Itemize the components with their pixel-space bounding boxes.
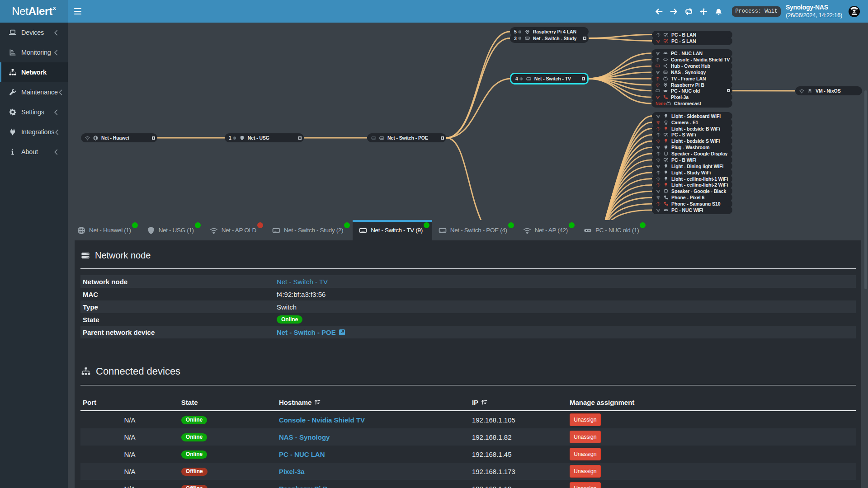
sort-icon[interactable]	[314, 399, 321, 405]
device-state: Offline	[179, 467, 277, 476]
column-header-ip[interactable]: IP	[470, 399, 567, 406]
hostname-link[interactable]: Console - Nvidia Shield TV	[279, 416, 365, 424]
avatar[interactable]	[848, 5, 860, 18]
bulb-icon	[664, 114, 668, 118]
device-manage: Unassign	[567, 413, 856, 426]
sidebar-item-about[interactable]: About	[0, 142, 68, 162]
desktop-icon	[664, 132, 668, 137]
node-collapse-handle[interactable]	[152, 136, 155, 140]
tv-icon	[663, 76, 668, 81]
chevron-left-icon	[54, 129, 59, 135]
sidebar-item-integrations[interactable]: Integrations	[0, 122, 68, 142]
device-manage: Unassign	[567, 448, 856, 460]
status-dot-green	[195, 222, 201, 228]
move-button[interactable]	[696, 0, 711, 23]
node-label: Net - USG	[248, 135, 269, 141]
connected-devices-table: PortStateHostnameIPManage assignment N/A…	[80, 394, 856, 488]
process-status-badge[interactable]: Process: Wait	[732, 6, 781, 17]
network-node-heading: Network node	[80, 240, 856, 269]
hostname-link[interactable]: Pixel-3a	[279, 468, 305, 475]
nav-forward-button[interactable]	[666, 0, 681, 23]
node-label: PC - S LAN	[671, 38, 696, 44]
node-collapse-handle[interactable]	[441, 136, 444, 140]
hostname-link[interactable]: NAS - Synology	[279, 433, 330, 441]
row-value-cell: Online	[277, 315, 302, 324]
row-label: MAC	[80, 291, 277, 298]
speaker-icon	[664, 189, 668, 193]
tab-net-switch-study-2[interactable]: Net - Switch - Study (2)	[266, 220, 353, 240]
tab-label: Net - Switch - TV (9)	[371, 227, 423, 234]
unassign-button[interactable]: Unassign	[570, 448, 601, 460]
sidebar-item-settings[interactable]: Settings	[0, 102, 68, 122]
row-value: f4:92:bf:a3:f3:56	[277, 291, 326, 298]
tab-net-ap-42[interactable]: Net - AP (42)	[517, 220, 577, 240]
wifi-icon	[656, 208, 660, 212]
node-collapse-handle[interactable]	[727, 89, 730, 92]
bulb-icon	[664, 183, 668, 187]
sort-icon[interactable]	[481, 399, 487, 405]
topology-node-huawei[interactable]: Net - Huawei	[81, 133, 157, 142]
tab-net-switch-tv-9[interactable]: Net - Switch - TV (9)	[353, 220, 432, 240]
sitemap-icon	[8, 69, 17, 76]
row-value-cell: Net - Switch - POE	[277, 328, 345, 336]
no-connection-label: None	[656, 101, 665, 106]
topology-node-pcs_lan[interactable]: PC - S LAN	[652, 37, 732, 45]
tab-pc-nuc-old-1[interactable]: PC - NUC old (1)	[577, 220, 648, 240]
device-port: N/A	[80, 416, 179, 424]
network-node-section: Network node Network nodeNet - Switch - …	[80, 240, 856, 338]
wifi-icon	[523, 226, 531, 235]
eth-icon	[439, 226, 447, 235]
status-dot-green	[508, 222, 514, 228]
sidebar-item-maintenance[interactable]: Maintenance	[0, 82, 68, 102]
topology-link	[597, 135, 652, 220]
topology-node-poe[interactable]: Net - Switch - POE	[367, 133, 446, 142]
plug-icon	[8, 128, 17, 136]
notifications-bell-button[interactable]	[711, 0, 726, 23]
topology-link	[597, 191, 652, 220]
parent-node-link[interactable]: Net - Switch - POE	[277, 328, 336, 336]
tab-net-ap-old[interactable]: Net - AP OLD	[203, 220, 266, 240]
nav-back-button[interactable]	[651, 0, 666, 23]
ethpill-icon	[584, 226, 592, 235]
bulb-icon	[664, 177, 668, 181]
tab-panel: Network node Network nodeNet - Switch - …	[75, 240, 861, 488]
external-link-icon[interactable]	[339, 329, 345, 336]
unassign-button[interactable]: Unassign	[570, 413, 601, 426]
network-node-row-state: StateOnline	[80, 313, 856, 326]
topology-node-study[interactable]: 3Net - Switch - Study	[510, 34, 589, 43]
connected-devices-rows: N/AOnlineConsole - Nvidia Shield TV192.1…	[80, 411, 856, 488]
topology-node-g2_9[interactable]: NoneChromecast	[651, 99, 732, 108]
hostname-link[interactable]: Raspberry Pi B	[279, 485, 328, 488]
bulb-icon	[664, 170, 668, 175]
hostname-link[interactable]: PC - NUC LAN	[279, 450, 325, 458]
node-collapse-handle[interactable]	[582, 77, 585, 80]
sidebar-item-monitoring[interactable]: Monitoring	[0, 42, 68, 62]
unassign-button[interactable]: Unassign	[570, 465, 601, 478]
sidebar-toggle-button[interactable]	[68, 0, 88, 23]
row-label: Network node	[80, 278, 277, 286]
wifi-icon	[656, 145, 660, 150]
node-link[interactable]: Net - Switch - TV	[277, 278, 328, 286]
tab-net-huawei-1[interactable]: Net - Huawei (1)	[71, 220, 141, 240]
refresh-button[interactable]	[681, 0, 696, 23]
node-collapse-handle[interactable]	[583, 37, 586, 40]
node-collapse-handle[interactable]	[298, 136, 302, 140]
column-header-hostname[interactable]: Hostname	[277, 399, 470, 406]
topology-node-vmnix[interactable]: VM - NixOS	[795, 86, 862, 95]
tab-net-switch-poe-4[interactable]: Net - Switch - POE (4)	[432, 220, 517, 240]
device-state: Online	[179, 432, 277, 441]
tab-net-usg-1[interactable]: Net - USG (1)	[141, 220, 203, 240]
page-scrollbar[interactable]	[864, 90, 867, 289]
node-label: Camera - E1	[671, 120, 698, 125]
wifi-icon	[656, 39, 660, 43]
topology-node-g3_16[interactable]: PC - NUC WiFi	[652, 206, 732, 214]
sidebar-item-devices[interactable]: Devices	[0, 23, 68, 42]
sidebar-item-network[interactable]: Network	[0, 62, 68, 82]
brand-logo[interactable]: NetAlertx	[0, 0, 68, 23]
node-label: Net - Switch - TV	[534, 76, 571, 81]
unassign-button[interactable]: Unassign	[570, 431, 601, 443]
topology-node-usg[interactable]: 1Net - USG	[225, 133, 304, 142]
wifi-icon	[799, 89, 804, 94]
unassign-button[interactable]: Unassign	[570, 482, 601, 488]
topology-node-tv[interactable]: 4Net - Switch - TV	[510, 73, 589, 84]
